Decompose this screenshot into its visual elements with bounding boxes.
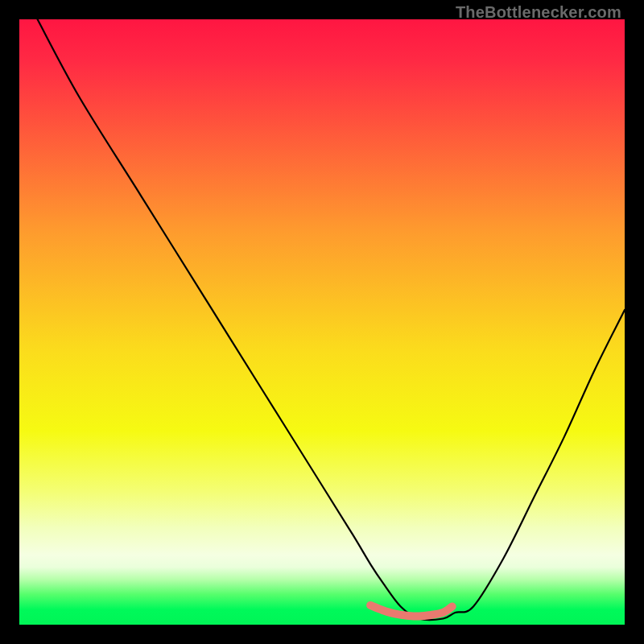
plot-area: [19, 19, 625, 625]
chart-svg: [19, 19, 625, 625]
attribution-text: TheBottlenecker.com: [456, 3, 621, 22]
gradient-bg: [19, 19, 625, 625]
chart-frame: TheBottlenecker.com: [0, 0, 644, 644]
